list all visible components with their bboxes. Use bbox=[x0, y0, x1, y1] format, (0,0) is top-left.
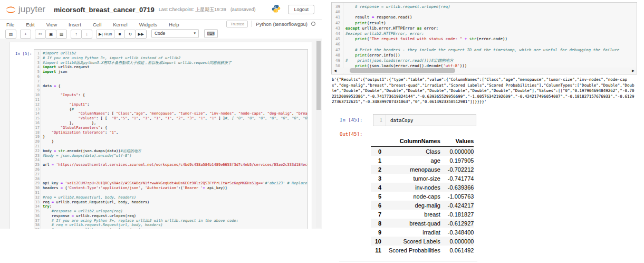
menu-item-cell[interactable]: Cell bbox=[93, 22, 101, 27]
line-number: 16 bbox=[34, 121, 40, 126]
checkpoint-status: Last Checkpoint: 上星期五19:39 bbox=[159, 6, 226, 13]
row-index: 7 bbox=[371, 210, 381, 219]
code-line: body = str.encode(json.dumps(data))#出錯的地… bbox=[43, 149, 307, 154]
line-number: 15 bbox=[34, 116, 40, 121]
code-editor[interactable]: # response = urllib.request.urlopen(req)… bbox=[343, 3, 637, 74]
code-line bbox=[43, 172, 307, 177]
line-number: 17 bbox=[34, 126, 40, 130]
line-number: 38 bbox=[34, 223, 40, 228]
vertical-scrollbar[interactable] bbox=[316, 40, 321, 228]
scroll-right-icon[interactable]: ▶ bbox=[632, 68, 635, 73]
line-number: 12 bbox=[34, 102, 40, 107]
restart-kernel-icon: ↻ bbox=[129, 32, 132, 36]
copy-cell-icon: ▣ bbox=[49, 32, 53, 36]
line-number: 7 bbox=[34, 79, 40, 84]
jupyter-notebook-window: jupyter micorsoft_breast_cancer_0719 Las… bbox=[0, 0, 322, 229]
move-cell-down-button[interactable]: ↓ bbox=[81, 30, 92, 39]
line-number: 10 bbox=[34, 93, 40, 98]
line-number: 30 bbox=[34, 186, 40, 191]
row-index: 1 bbox=[371, 156, 381, 165]
command-palette-button[interactable]: ⌨ bbox=[204, 29, 218, 38]
column-name-cell: tumor-size bbox=[381, 174, 440, 183]
line-number: 11 bbox=[34, 98, 40, 102]
code-line: # If you are using Python 3+, import url… bbox=[43, 56, 307, 61]
logout-button[interactable]: Logout bbox=[288, 5, 314, 14]
column-name-cell: irradiat bbox=[381, 228, 440, 237]
column-name-cell: Scored Labels bbox=[381, 237, 440, 246]
scroll-left-icon[interactable]: ◀ bbox=[334, 68, 337, 73]
line-numbers: 394041424344454647484950 bbox=[332, 3, 343, 74]
code-editor[interactable]: #import urllib2# If you are using Python… bbox=[41, 50, 307, 229]
paste-cell-button[interactable]: ▥ bbox=[56, 30, 67, 39]
column-name-cell: deg-malig bbox=[381, 201, 440, 210]
menu-item-kernel[interactable]: Kernel bbox=[113, 22, 127, 27]
menu-item-edit[interactable]: Edit bbox=[26, 22, 34, 27]
column-name-cell: node-caps bbox=[381, 192, 440, 201]
table-row: 11Scored Probabilities0.061492 bbox=[371, 246, 474, 255]
scrollbar-thumb[interactable] bbox=[350, 68, 455, 73]
menu-item-widgets[interactable]: Widgets bbox=[139, 22, 157, 27]
restart-kernel-button[interactable]: ↻ bbox=[124, 30, 136, 39]
menu-item-file[interactable]: File bbox=[6, 22, 14, 27]
column-name-cell: menopause bbox=[381, 165, 440, 174]
restart-run-all-icon: ▶▶ bbox=[138, 32, 144, 36]
value-cell: -0.424217 bbox=[440, 201, 474, 210]
value-cell: -0.639366 bbox=[440, 183, 474, 192]
table-row: 1age0.197905 bbox=[371, 156, 474, 165]
code-editor[interactable]: dataCopy bbox=[386, 118, 413, 123]
code-line: url = 'https://ussouthcentral.services.a… bbox=[43, 163, 307, 167]
restart-run-all-button[interactable]: ▶▶ bbox=[135, 30, 147, 39]
scrollbar-thumb[interactable] bbox=[316, 41, 321, 110]
code-line: #req = urllib2.Request(url, body, header… bbox=[43, 195, 307, 200]
copy-cell-button[interactable]: ▣ bbox=[45, 30, 56, 39]
row-index: 0 bbox=[371, 147, 381, 156]
menu-item-help[interactable]: Help bbox=[169, 22, 179, 27]
column-name-cell: breast bbox=[381, 210, 440, 219]
table-row: 7breast-0.181827 bbox=[371, 210, 474, 219]
line-number: 3 bbox=[34, 61, 40, 65]
output-prompt: Out[45]: bbox=[340, 132, 362, 137]
notebook-title[interactable]: micorsoft_breast_cancer_0719 bbox=[54, 6, 155, 14]
menu-item-insert[interactable]: Insert bbox=[69, 22, 81, 27]
table-row: 2menopause-0.702212 bbox=[371, 165, 474, 174]
horizontal-scrollbar[interactable]: ◀ ▶ bbox=[332, 68, 636, 73]
cell-output-text: b'{"Results":{"output1":{"type":"table",… bbox=[332, 77, 634, 105]
cut-cell-button[interactable]: ✂ bbox=[35, 30, 46, 39]
code-cell-input[interactable]: 1234567891011121314151617181920212223242… bbox=[34, 49, 308, 229]
line-number: 36 bbox=[34, 214, 40, 219]
table-row: 3tumor-size-0.741774 bbox=[371, 174, 474, 183]
line-number: 41 bbox=[332, 15, 340, 20]
row-index: 2 bbox=[371, 165, 381, 174]
line-number: 43 bbox=[332, 26, 340, 31]
notebook-header: jupyter micorsoft_breast_cancer_0719 Las… bbox=[0, 0, 322, 19]
cell-type-select[interactable]: Code ▾ bbox=[151, 29, 199, 38]
code-line: # response = urllib.request.urlopen(req) bbox=[43, 228, 307, 229]
insert-cell-below-button[interactable]: + bbox=[20, 30, 31, 39]
code-line bbox=[43, 191, 307, 195]
line-number: 37 bbox=[34, 219, 40, 223]
line-number: 25 bbox=[34, 163, 40, 167]
row-index: 10 bbox=[371, 237, 381, 246]
code-line: # Print the headers - they include the r… bbox=[345, 48, 637, 53]
line-number: 1 bbox=[373, 115, 386, 126]
code-line bbox=[345, 42, 637, 47]
value-cell: -1.005763 bbox=[440, 192, 474, 201]
code-cell-input[interactable]: 1 dataCopy bbox=[373, 114, 476, 126]
save-button[interactable]: ▤ bbox=[5, 30, 16, 39]
table-row: 4inv-nodes-0.639366 bbox=[371, 183, 474, 192]
line-number: 33 bbox=[34, 200, 40, 205]
line-number: 20 bbox=[34, 139, 40, 144]
code-line: # response = urllib.request.urlopen(req) bbox=[345, 4, 637, 10]
table-row: 9irradiat-0.348400 bbox=[371, 228, 474, 237]
row-index: 9 bbox=[371, 228, 381, 237]
code-line bbox=[43, 177, 307, 182]
row-index: 6 bbox=[371, 201, 381, 210]
code-cell-input[interactable]: 394041424344454647484950 # response = ur… bbox=[331, 2, 637, 74]
move-cell-up-button[interactable]: ↑ bbox=[71, 30, 82, 39]
interrupt-kernel-button[interactable]: ■ bbox=[114, 30, 125, 39]
run-cell-button[interactable]: ▶|Run bbox=[96, 30, 114, 39]
line-number: 4 bbox=[34, 65, 40, 70]
menu-item-view[interactable]: View bbox=[46, 22, 57, 27]
code-line: print(error.info()) bbox=[345, 53, 637, 58]
line-number: 35 bbox=[34, 209, 40, 214]
